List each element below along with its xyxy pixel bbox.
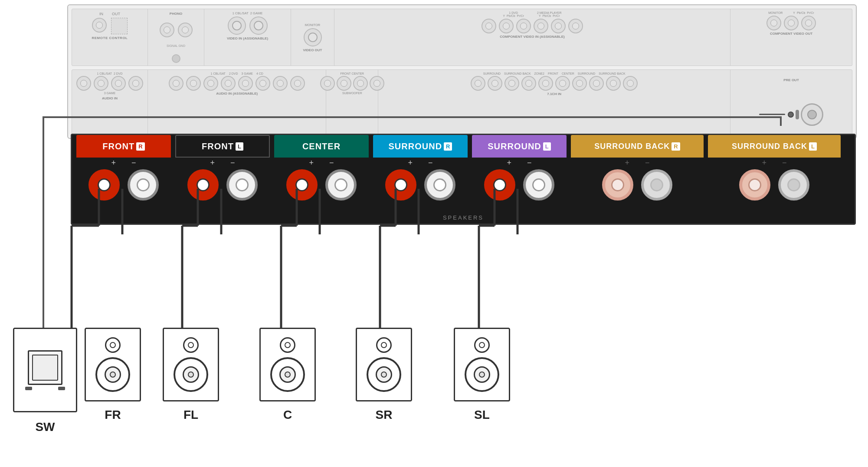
video-in-jack1 bbox=[228, 16, 246, 35]
fr-label: FR bbox=[85, 408, 141, 422]
surround-back-l-post-positive bbox=[739, 169, 770, 201]
surround-back-r-post-positive bbox=[602, 169, 633, 201]
fl-label: FL bbox=[163, 408, 219, 422]
surround-back-r-post-negative bbox=[641, 169, 672, 201]
seven-one-ch-section: SURROUNDSURROUND BACKZONE2FRONTCENTERSUR… bbox=[378, 70, 730, 134]
comp-video-in-section: 1 DVD Y Pb/Cb Pr/Cr 2 MEDIA PLAYER Y Pb/… bbox=[334, 9, 730, 66]
sl-speaker-icon bbox=[454, 328, 510, 401]
audio-in-section: 1 CBL/SAT2 DVD 3 GAME AUDIO IN bbox=[72, 70, 148, 134]
comp-video-in-label: COMPONENT VIDEO IN (ASSIGNABLE) bbox=[500, 35, 564, 39]
surround-l-post-negative bbox=[523, 169, 554, 201]
surround-l-post-positive bbox=[484, 169, 515, 201]
surround-r-label: SURROUND R bbox=[373, 135, 468, 158]
surround-back-l-badge: L bbox=[809, 142, 817, 151]
seven-one-ch-label: 7.1CH IN bbox=[547, 92, 561, 96]
diagram-container: IN OUT REMOTE CONTROL PHONO SIGNAL GND 1… bbox=[0, 0, 868, 467]
front-l-label: FRONT L bbox=[175, 135, 270, 158]
fr-speaker-icon bbox=[85, 328, 141, 401]
signal-gnd-label: SIGNAL GND bbox=[167, 44, 185, 47]
receiver-panel: IN OUT REMOTE CONTROL PHONO SIGNAL GND 1… bbox=[67, 4, 857, 139]
audio-row: 1 CBL/SAT2 DVD 3 GAME AUDIO IN 1 CBL/SAT… bbox=[72, 69, 852, 135]
surround-r-post-positive bbox=[385, 169, 416, 201]
surround-l-label: SURROUND L bbox=[472, 135, 567, 158]
in-label: IN bbox=[99, 12, 103, 16]
surround-back-l-posts: + − bbox=[708, 158, 841, 201]
c-speaker-icon bbox=[259, 328, 316, 401]
surround-l-posts: + − bbox=[472, 158, 567, 201]
surround-back-r-posts: + − bbox=[571, 158, 704, 201]
out-label: OUT bbox=[112, 12, 120, 16]
front-l-posts: + − bbox=[175, 158, 270, 201]
video-in-assignable-section: 1 CBL/SAT 2 GAME VIDEO IN (ASSIGNABLE) bbox=[204, 9, 291, 66]
video-out-section: MONITOR VIDEO OUT bbox=[291, 9, 334, 66]
center-label: CENTER bbox=[274, 135, 369, 158]
phono-label: PHONO bbox=[170, 12, 182, 16]
surround-back-l-post-negative bbox=[778, 169, 809, 201]
remote-in-jack bbox=[92, 18, 107, 33]
front-l-badge: L bbox=[236, 142, 243, 151]
center-post-negative bbox=[325, 169, 357, 201]
comp-video-out-section: MONITOR Y Pb/Cb Pr/Cr COMPONENT VIDEO OU… bbox=[730, 9, 852, 66]
audio-in-assignable-label: AUDIO IN (ASSIGNABLE) bbox=[216, 92, 258, 95]
pre-out-rca-jack bbox=[801, 103, 823, 126]
center-post-positive bbox=[286, 169, 318, 201]
phono-section: PHONO SIGNAL GND bbox=[148, 9, 204, 66]
sr-label: SR bbox=[356, 408, 412, 422]
audio-in-label: AUDIO IN bbox=[102, 96, 118, 100]
front-l-post-negative bbox=[226, 169, 258, 201]
front-r-posts: + − bbox=[76, 158, 171, 201]
front-l-post-positive bbox=[187, 169, 219, 201]
front-r-label: FRONT R bbox=[76, 135, 171, 158]
sw-label: SW bbox=[13, 420, 77, 434]
signal-gnd-knob bbox=[172, 54, 180, 63]
audio-in-assignable-section: 1 CBL/SAT2 DVD3 GAME4 CD AUDIO IN (ASSIG… bbox=[148, 70, 326, 134]
remote-control-label: REMOTE CONTROL bbox=[92, 36, 128, 40]
front-r-post-positive bbox=[88, 169, 120, 201]
subwoofer-in-section: FRONT CENTER SUBWOOFER bbox=[326, 70, 378, 134]
phono-jack-r bbox=[178, 23, 193, 37]
front-r-badge: R bbox=[136, 142, 144, 151]
video-in-jack2 bbox=[249, 16, 268, 35]
subwoofer-label: SUBWOOFER bbox=[342, 92, 362, 95]
subwoofer-icon bbox=[13, 328, 77, 412]
surround-l-badge: L bbox=[543, 142, 551, 151]
comp-video-out-label: COMPONENT VIDEO OUT bbox=[770, 32, 812, 36]
phono-jack-l bbox=[160, 23, 174, 37]
video-in-label: VIDEO IN (ASSIGNABLE) bbox=[227, 36, 268, 40]
remote-control-section: IN OUT REMOTE CONTROL bbox=[72, 9, 148, 66]
surround-back-l-label: SURROUND BACK L bbox=[708, 135, 841, 158]
surround-r-badge: R bbox=[444, 142, 452, 151]
surround-back-r-label: SURROUND BACK R bbox=[571, 135, 704, 158]
front-r-post-negative bbox=[128, 169, 159, 201]
c-label: C bbox=[259, 408, 316, 422]
surround-back-r-badge: R bbox=[671, 142, 680, 151]
surround-r-post-negative bbox=[424, 169, 455, 201]
remote-out-dotted bbox=[111, 18, 128, 34]
surround-r-posts: + − bbox=[373, 158, 468, 201]
video-out-jack bbox=[304, 28, 322, 46]
pre-out-section: PRE OUT SUBWOOFER bbox=[730, 70, 852, 134]
fl-speaker-icon bbox=[163, 328, 219, 401]
pre-out-label: PRE OUT bbox=[783, 78, 799, 82]
video-out-label: VIDEO OUT bbox=[303, 48, 322, 52]
sl-label: SL bbox=[454, 408, 510, 422]
center-posts: + − bbox=[274, 158, 369, 201]
speaker-binding-section: FRONT R FRONT L CENTER SURROUND R SURROU… bbox=[71, 134, 856, 225]
sr-speaker-icon bbox=[356, 328, 412, 401]
speakers-label: SPEAKERS bbox=[443, 214, 484, 221]
